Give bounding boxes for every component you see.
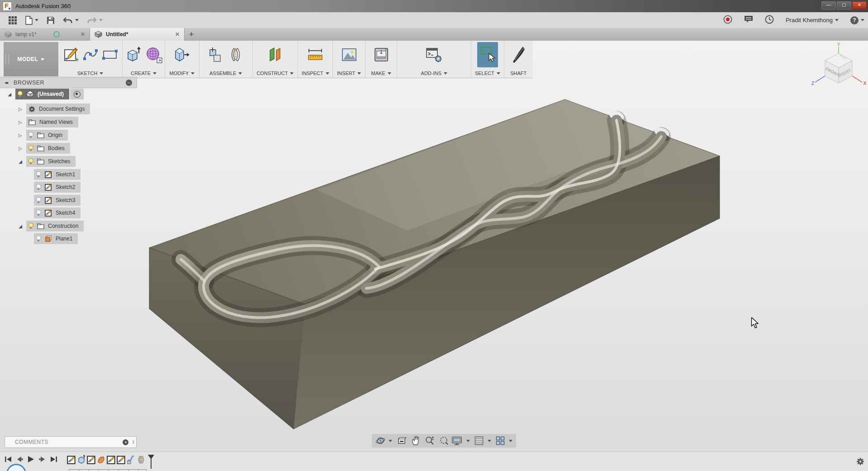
visibility-bulb-icon[interactable] xyxy=(28,223,33,230)
visibility-bulb-icon[interactable] xyxy=(18,91,23,98)
timeline-sketch-icon[interactable] xyxy=(67,455,76,465)
visibility-bulb-icon[interactable] xyxy=(36,210,41,217)
zoom-button[interactable] xyxy=(425,436,435,446)
tab-lamp-v1[interactable]: lamp v1* ✕ xyxy=(0,28,90,41)
tree-row-root[interactable]: ◢ (Unsaved) xyxy=(6,89,84,99)
tab-close-icon[interactable]: ✕ xyxy=(175,31,180,38)
timeline-extrude-icon[interactable] xyxy=(77,455,86,465)
timeline-sketch-icon[interactable] xyxy=(107,455,116,465)
construction-plane-icon[interactable] xyxy=(267,46,283,63)
tree-row-origin[interactable]: ▷ Origin xyxy=(17,130,68,141)
play-button[interactable] xyxy=(27,456,35,463)
tree-row-sketch2[interactable]: Sketch2 xyxy=(34,182,81,193)
expander-collapsed-icon[interactable]: ▷ xyxy=(17,133,24,138)
timeline-sketch-icon[interactable] xyxy=(87,455,96,465)
expander-expanded-icon[interactable]: ◢ xyxy=(17,159,24,164)
user-account-menu[interactable]: Pradit Khemthong xyxy=(786,17,839,24)
expander-collapsed-icon[interactable]: ▷ xyxy=(17,107,24,112)
insert-image-icon[interactable] xyxy=(341,47,357,62)
job-status-indicator[interactable] xyxy=(6,464,26,471)
section-label-modify[interactable]: MODIFY xyxy=(170,69,195,78)
pan-button[interactable] xyxy=(411,436,420,446)
press-pull-icon[interactable] xyxy=(173,47,190,63)
timeline-sketch-icon[interactable] xyxy=(117,455,126,465)
section-label-select[interactable]: SELECT xyxy=(475,69,500,78)
tree-row-bodies[interactable]: ▷ Bodies xyxy=(17,143,70,154)
new-component-icon[interactable] xyxy=(208,46,224,63)
maximize-button[interactable]: ▢ xyxy=(837,1,851,9)
expander-collapsed-icon[interactable]: ▷ xyxy=(17,120,24,125)
tree-row-sketch4[interactable]: Sketch4 xyxy=(34,207,81,218)
form-icon[interactable] xyxy=(145,46,162,63)
section-label-inspect[interactable]: INSPECT xyxy=(302,69,329,78)
orbit-button[interactable] xyxy=(375,436,392,446)
spline-icon[interactable] xyxy=(83,48,98,61)
tree-row-plane1[interactable]: Plane1 xyxy=(34,233,78,244)
panel-grip-icon[interactable]: ‖ xyxy=(132,439,134,445)
shaft-blade-icon[interactable] xyxy=(509,45,527,65)
go-to-end-button[interactable] xyxy=(50,456,57,462)
tree-row-document-settings[interactable]: ▷ Document Settings xyxy=(17,104,90,114)
tree-row-sketches[interactable]: ◢ Sketches xyxy=(17,156,76,167)
grid-settings-button[interactable] xyxy=(474,436,491,445)
viewport-3d-scene[interactable] xyxy=(0,41,868,471)
expander-expanded-icon[interactable]: ◢ xyxy=(6,92,13,97)
step-back-button[interactable] xyxy=(16,456,23,462)
measure-icon[interactable] xyxy=(307,47,324,62)
comments-bubble-icon[interactable] xyxy=(744,15,753,25)
view-cube[interactable]: TOP FRONT RIGHT Y Z X xyxy=(809,42,868,90)
section-label-create[interactable]: CREATE xyxy=(131,69,157,78)
section-label-insert[interactable]: INSERT xyxy=(337,69,361,78)
panel-options-icon[interactable]: – xyxy=(126,80,132,86)
screen-record-icon[interactable] xyxy=(723,15,732,26)
display-settings-button[interactable] xyxy=(451,436,470,445)
step-forward-button[interactable] xyxy=(39,456,46,462)
workspace-selector[interactable]: MODEL xyxy=(4,42,58,76)
timeline-mirror-icon[interactable] xyxy=(137,455,146,465)
new-tab-button[interactable]: + xyxy=(185,28,198,41)
viewports-button[interactable] xyxy=(496,436,512,445)
apps-grid-icon[interactable] xyxy=(8,16,17,25)
tree-row-sketch3[interactable]: Sketch3 xyxy=(34,195,81,206)
timeline-sweep-icon[interactable] xyxy=(127,455,136,465)
section-label-shaft[interactable]: SHAFT xyxy=(510,69,526,78)
3d-print-icon[interactable] xyxy=(373,47,389,62)
section-label-addins[interactable]: ADD-INS xyxy=(421,69,447,78)
tab-close-icon[interactable]: ✕ xyxy=(81,31,85,38)
minimize-button[interactable]: — xyxy=(821,1,836,9)
tree-row-construction[interactable]: ◢ Construction xyxy=(17,221,84,231)
section-label-construct[interactable]: CONSTRUCT xyxy=(256,69,294,78)
close-button[interactable]: ✕ xyxy=(852,1,867,9)
timeline-playhead[interactable] xyxy=(148,455,154,469)
rectangle-icon[interactable] xyxy=(102,48,118,61)
visibility-bulb-icon[interactable] xyxy=(28,132,33,139)
history-clock-icon[interactable] xyxy=(765,15,774,26)
look-at-button[interactable] xyxy=(397,436,407,445)
tree-row-named-views[interactable]: ▷ Named Views xyxy=(17,117,78,127)
scripts-addins-icon[interactable] xyxy=(426,47,443,63)
visibility-bulb-icon[interactable] xyxy=(36,236,41,242)
expander-collapsed-icon[interactable]: ▷ xyxy=(17,146,24,151)
extrude-icon[interactable] xyxy=(125,46,142,63)
expander-expanded-icon[interactable]: ◢ xyxy=(17,224,24,229)
activate-component-radio[interactable] xyxy=(70,89,84,99)
tree-row-sketch1[interactable]: Sketch1 xyxy=(34,169,81,180)
visibility-bulb-icon[interactable] xyxy=(28,158,33,165)
redo-button[interactable] xyxy=(87,17,103,24)
joint-icon[interactable] xyxy=(228,47,244,63)
section-label-assemble[interactable]: ASSEMBLE xyxy=(209,69,242,78)
visibility-bulb-icon[interactable] xyxy=(36,197,41,204)
undo-button[interactable] xyxy=(63,17,79,24)
tab-untitled[interactable]: Untitled* ✕ xyxy=(90,28,185,41)
select-window-icon[interactable] xyxy=(477,42,498,67)
create-sketch-icon[interactable] xyxy=(63,47,79,63)
visibility-bulb-icon[interactable] xyxy=(36,171,41,178)
help-menu[interactable]: ? xyxy=(850,16,864,24)
timeline-settings-gear-icon[interactable] xyxy=(856,457,864,466)
comments-bar[interactable]: COMMENTS + ‖ xyxy=(5,436,137,448)
section-label-make[interactable]: MAKE xyxy=(371,69,391,78)
browser-panel-header[interactable]: ◂◂ BROWSER – xyxy=(0,77,137,88)
collapse-panel-icon[interactable]: ◂◂ xyxy=(5,80,7,85)
save-button[interactable] xyxy=(47,16,55,24)
timeline-patch-icon[interactable] xyxy=(97,455,106,465)
